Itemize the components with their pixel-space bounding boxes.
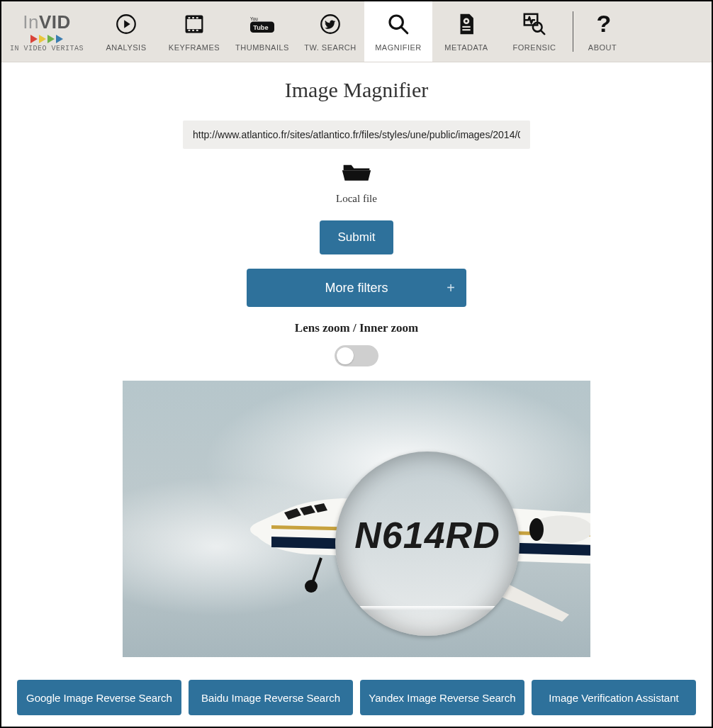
nav-magnifier[interactable]: MAGNIFIER bbox=[364, 1, 432, 62]
svg-line-22 bbox=[541, 30, 544, 34]
nav-keyframes[interactable]: KEYFRAMES bbox=[160, 1, 228, 62]
nav-label: KEYFRAMES bbox=[169, 43, 220, 52]
top-nav: InVID IN VIDEO VERITAS ANALYSIS KEYFRAME… bbox=[1, 1, 712, 62]
pulse-magnifier-icon bbox=[522, 12, 546, 39]
image-url-input[interactable] bbox=[183, 121, 530, 149]
nav-forensic[interactable]: FORENSIC bbox=[500, 1, 568, 62]
svg-text:You: You bbox=[250, 16, 258, 21]
tail-number-text: N614RD bbox=[354, 514, 500, 556]
svg-line-37 bbox=[313, 558, 321, 583]
google-reverse-search-button[interactable]: Google Image Reverse Search bbox=[17, 680, 181, 715]
magnifier-lens[interactable]: N614RD bbox=[335, 452, 520, 636]
image-verification-assistant-button[interactable]: Image Verification Assistant bbox=[532, 680, 696, 715]
local-file-label: Local file bbox=[336, 193, 377, 205]
svg-point-36 bbox=[529, 518, 544, 541]
question-icon: ? bbox=[590, 12, 614, 39]
nav-label: FORENSIC bbox=[513, 43, 556, 52]
brand-arrows bbox=[30, 35, 63, 43]
more-filters-label: More filters bbox=[325, 281, 388, 296]
yandex-reverse-search-button[interactable]: Yandex Image Reverse Search bbox=[360, 680, 524, 715]
twitter-circle-icon bbox=[318, 12, 342, 39]
baidu-reverse-search-button[interactable]: Baidu Image Reverse Search bbox=[189, 680, 353, 715]
svg-text:Tube: Tube bbox=[253, 23, 268, 30]
main-content: Image Magnifier Local file Submit More f… bbox=[1, 62, 712, 657]
svg-rect-5 bbox=[192, 17, 194, 18]
nav-label: ABOUT bbox=[588, 43, 617, 52]
file-info-icon bbox=[454, 12, 478, 39]
magnifier-icon bbox=[386, 12, 410, 39]
page-title: Image Magnifier bbox=[285, 78, 428, 102]
nav-about[interactable]: ? ABOUT bbox=[578, 1, 627, 62]
zoom-mode-toggle[interactable] bbox=[335, 345, 378, 366]
nav-thumbnails[interactable]: YouTube THUMBNAILS bbox=[228, 1, 296, 62]
local-file-upload[interactable]: Local file bbox=[336, 159, 377, 205]
nav-separator bbox=[573, 11, 573, 52]
plus-icon: + bbox=[447, 280, 455, 296]
svg-rect-8 bbox=[192, 29, 194, 30]
nav-metadata[interactable]: METADATA bbox=[432, 1, 500, 62]
zoom-mode-label: Lens zoom / Inner zoom bbox=[295, 321, 418, 335]
nav-twsearch[interactable]: TW. SEARCH bbox=[296, 1, 364, 62]
toggle-knob bbox=[337, 347, 354, 364]
svg-point-38 bbox=[305, 580, 318, 593]
youtube-icon: YouTube bbox=[250, 12, 274, 39]
brand-logo: InVID IN VIDEO VERITAS bbox=[1, 1, 92, 62]
svg-rect-4 bbox=[189, 17, 191, 18]
more-filters-button[interactable]: More filters + bbox=[247, 269, 466, 307]
svg-rect-9 bbox=[196, 29, 198, 30]
nav-label: THUMBNAILS bbox=[235, 43, 289, 52]
brand-tagline: IN VIDEO VERITAS bbox=[10, 45, 84, 52]
svg-rect-7 bbox=[189, 29, 191, 30]
svg-point-19 bbox=[465, 20, 467, 22]
image-preview[interactable]: N614RD bbox=[123, 381, 590, 657]
nav-label: METADATA bbox=[444, 43, 488, 52]
svg-rect-6 bbox=[196, 17, 198, 18]
svg-text:?: ? bbox=[597, 12, 612, 36]
folder-open-icon bbox=[341, 159, 372, 187]
nav-label: ANALYSIS bbox=[106, 43, 147, 52]
nav-label: MAGNIFIER bbox=[375, 43, 422, 52]
nav-label: TW. SEARCH bbox=[304, 43, 356, 52]
submit-button[interactable]: Submit bbox=[320, 220, 394, 254]
svg-rect-17 bbox=[462, 29, 470, 30]
svg-rect-16 bbox=[462, 26, 470, 27]
svg-line-15 bbox=[401, 27, 408, 33]
reverse-search-row: Google Image Reverse Search Baidu Image … bbox=[1, 680, 712, 715]
nav-analysis[interactable]: ANALYSIS bbox=[92, 1, 160, 62]
brand-name: InVID bbox=[23, 11, 71, 33]
play-circle-icon bbox=[114, 12, 138, 39]
filmstrip-icon bbox=[182, 12, 206, 39]
